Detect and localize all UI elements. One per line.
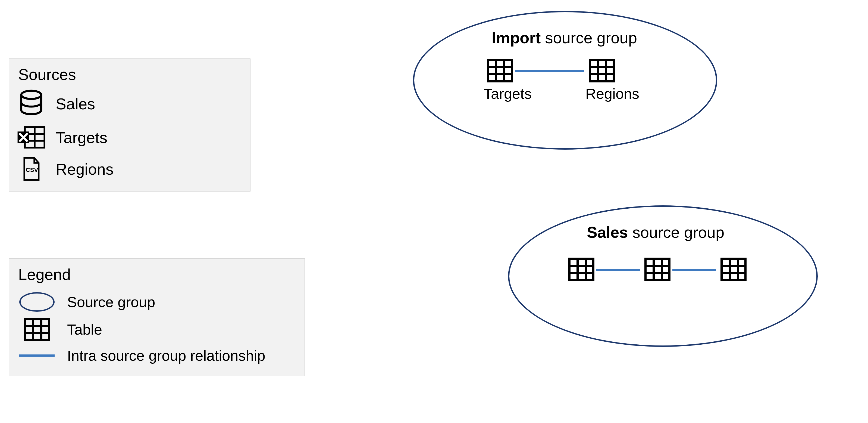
import-connector (515, 70, 584, 73)
import-table-regions: Regions (585, 58, 618, 102)
sales-table-1 (565, 257, 598, 283)
legend-row-table: Table (17, 314, 297, 344)
legend-label-source-group: Source group (67, 293, 155, 310)
import-title-rest: source group (545, 29, 637, 47)
import-title-bold: Import (492, 29, 540, 47)
import-table-regions-label: Regions (585, 85, 618, 102)
source-row-targets: Targets (17, 120, 243, 154)
source-label-targets: Targets (56, 129, 107, 147)
sales-title-bold: Sales (587, 223, 628, 241)
sources-title: Sources (18, 65, 243, 84)
legend-label-table: Table (67, 321, 102, 338)
table-icon (644, 278, 671, 282)
import-source-group-title: Import source group (492, 29, 637, 47)
source-row-regions: CSV Regions (17, 154, 243, 184)
diagram-canvas: Sources Sales (0, 0, 868, 423)
csv-file-icon: CSV (17, 157, 46, 181)
svg-rect-12 (488, 60, 512, 81)
legend-row-relationship: Intra source group relationship (17, 344, 297, 367)
legend-ellipse-icon (17, 292, 57, 312)
import-table-targets-label: Targets (484, 85, 516, 102)
excel-icon (17, 123, 46, 152)
table-icon (568, 278, 595, 282)
table-icon (17, 317, 57, 342)
sales-connector-2 (672, 269, 716, 271)
sales-table-3 (717, 257, 750, 283)
svg-point-0 (21, 91, 41, 99)
table-icon (486, 79, 514, 84)
database-icon (17, 89, 46, 118)
svg-rect-17 (590, 60, 614, 81)
sales-title-rest: source group (632, 223, 724, 241)
legend-row-source-group: Source group (17, 289, 297, 314)
table-icon (720, 278, 747, 282)
sales-source-group-title: Sales source group (587, 223, 724, 241)
legend-panel: Legend Source group Table (9, 258, 305, 376)
svg-text:CSV: CSV (26, 167, 38, 173)
svg-rect-27 (646, 259, 670, 280)
sales-connector-1 (596, 269, 640, 271)
svg-rect-22 (569, 259, 593, 280)
sales-table-2 (641, 257, 674, 283)
table-icon (588, 79, 615, 84)
sources-panel: Sources Sales (9, 58, 250, 192)
legend-title: Legend (18, 265, 297, 283)
source-label-regions: Regions (56, 160, 114, 178)
legend-label-relationship: Intra source group relationship (67, 347, 265, 364)
svg-rect-32 (721, 259, 745, 280)
source-label-sales: Sales (56, 95, 95, 113)
svg-rect-7 (25, 319, 49, 340)
import-table-targets: Targets (484, 58, 516, 102)
legend-line-icon (17, 355, 57, 357)
source-row-sales: Sales (17, 87, 243, 120)
